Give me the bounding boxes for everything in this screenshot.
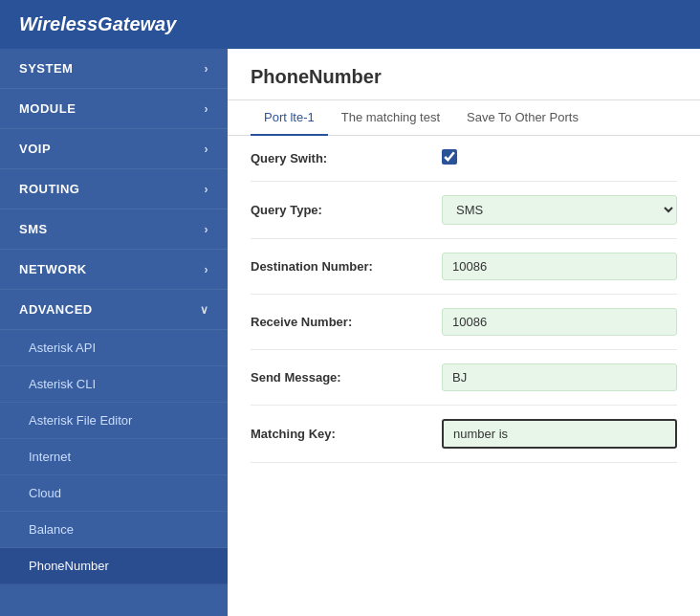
form-row-send-message: Send Message:	[251, 350, 677, 406]
app-header: WirelessGateway	[0, 0, 700, 49]
page-title: PhoneNumber	[228, 49, 700, 100]
sidebar-sub-item-asterisk-file-editor-label: Asterisk File Editor	[29, 413, 132, 428]
send-message-input[interactable]	[442, 363, 677, 391]
value-receive-number	[442, 308, 677, 336]
sidebar-sub-item-cloud-label: Cloud	[29, 486, 61, 500]
sidebar-sub-item-cloud[interactable]: Cloud	[0, 475, 228, 512]
chevron-right-icon: ›	[205, 223, 209, 236]
tab-save-to-other-ports[interactable]: Save To Other Ports	[453, 100, 592, 136]
chevron-right-icon: ›	[205, 263, 209, 276]
value-query-type: SMS USSD Voice	[442, 195, 677, 225]
sidebar-item-sms-label: SMS	[19, 222, 48, 236]
app-title: WirelessGateway	[19, 13, 176, 34]
sidebar-item-network[interactable]: NETWORK ›	[0, 250, 228, 290]
main-layout: SYSTEM › MODULE › VOIP › ROUTING › SMS ›…	[0, 49, 700, 616]
sidebar-item-module-label: MODULE	[19, 101, 76, 116]
sidebar-item-module[interactable]: MODULE ›	[0, 89, 228, 129]
sidebar-sub-item-phonenumber-label: PhoneNumber	[29, 559, 109, 573]
label-destination-number: Destination Number:	[251, 259, 442, 274]
value-matching-key	[442, 419, 677, 449]
sidebar-sub-item-asterisk-cli[interactable]: Asterisk CLI	[0, 366, 228, 403]
sidebar-sub-item-balance-label: Balance	[29, 522, 74, 537]
label-receive-number: Receive Number:	[251, 315, 442, 329]
chevron-right-icon: ›	[205, 62, 209, 76]
sidebar: SYSTEM › MODULE › VOIP › ROUTING › SMS ›…	[0, 49, 228, 616]
sidebar-sub-item-asterisk-api-label: Asterisk API	[29, 341, 96, 355]
sidebar-item-network-label: NETWORK	[19, 262, 87, 276]
chevron-right-icon: ›	[205, 183, 209, 196]
form-row-matching-key: Matching Key:	[251, 406, 677, 463]
query-switch-checkbox[interactable]	[442, 149, 457, 165]
form-row-query-switch: Query Swith:	[251, 136, 677, 182]
tab-port-lte-1[interactable]: Port lte-1	[251, 100, 328, 136]
sidebar-item-sms[interactable]: SMS ›	[0, 209, 228, 250]
sidebar-sub-item-asterisk-api[interactable]: Asterisk API	[0, 330, 228, 366]
main-content: PhoneNumber Port lte-1 The matching test…	[228, 49, 700, 616]
phone-number-form: Query Swith: Query Type: SMS USSD Voice	[228, 136, 700, 463]
sidebar-item-advanced-label: ADVANCED	[19, 302, 93, 317]
sidebar-item-routing[interactable]: ROUTING ›	[0, 169, 228, 209]
chevron-down-icon: ∨	[200, 303, 209, 317]
sidebar-sub-item-asterisk-cli-label: Asterisk CLI	[29, 377, 96, 391]
sidebar-sub-item-internet[interactable]: Internet	[0, 439, 228, 475]
sidebar-sub-item-phonenumber[interactable]: PhoneNumber	[0, 548, 228, 584]
sidebar-sub-item-balance[interactable]: Balance	[0, 512, 228, 548]
label-matching-key: Matching Key:	[251, 427, 442, 441]
chevron-right-icon: ›	[205, 102, 209, 116]
destination-number-input[interactable]	[442, 253, 677, 280]
form-row-destination-number: Destination Number:	[251, 239, 677, 295]
value-destination-number	[442, 253, 677, 280]
form-row-query-type: Query Type: SMS USSD Voice	[251, 182, 677, 239]
tab-bar: Port lte-1 The matching test Save To Oth…	[228, 100, 700, 136]
sidebar-sub-item-asterisk-file-editor[interactable]: Asterisk File Editor	[0, 403, 228, 439]
tab-matching-test[interactable]: The matching test	[328, 100, 453, 136]
label-send-message: Send Message:	[251, 370, 442, 385]
sidebar-item-voip[interactable]: VOIP ›	[0, 129, 228, 169]
receive-number-input[interactable]	[442, 308, 677, 336]
chevron-right-icon: ›	[205, 143, 209, 156]
label-query-switch: Query Swith:	[251, 151, 442, 165]
label-query-type: Query Type:	[251, 203, 442, 217]
value-send-message	[442, 363, 677, 391]
query-type-select[interactable]: SMS USSD Voice	[442, 195, 677, 225]
sidebar-item-advanced[interactable]: ADVANCED ∨	[0, 290, 228, 330]
value-query-switch	[442, 149, 677, 167]
sidebar-sub-item-internet-label: Internet	[29, 450, 71, 464]
matching-key-input[interactable]	[442, 419, 677, 449]
sidebar-item-routing-label: ROUTING	[19, 182, 79, 196]
sidebar-item-system-label: SYSTEM	[19, 61, 73, 76]
form-row-receive-number: Receive Number:	[251, 295, 677, 350]
sidebar-item-system[interactable]: SYSTEM ›	[0, 49, 228, 89]
sidebar-item-voip-label: VOIP	[19, 142, 51, 156]
